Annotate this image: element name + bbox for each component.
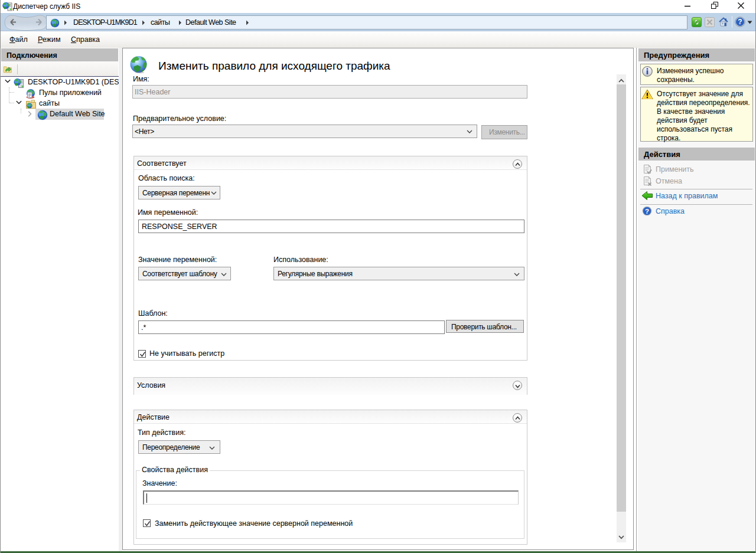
svg-text:?: ? bbox=[645, 208, 649, 215]
svg-text:?: ? bbox=[738, 18, 742, 26]
